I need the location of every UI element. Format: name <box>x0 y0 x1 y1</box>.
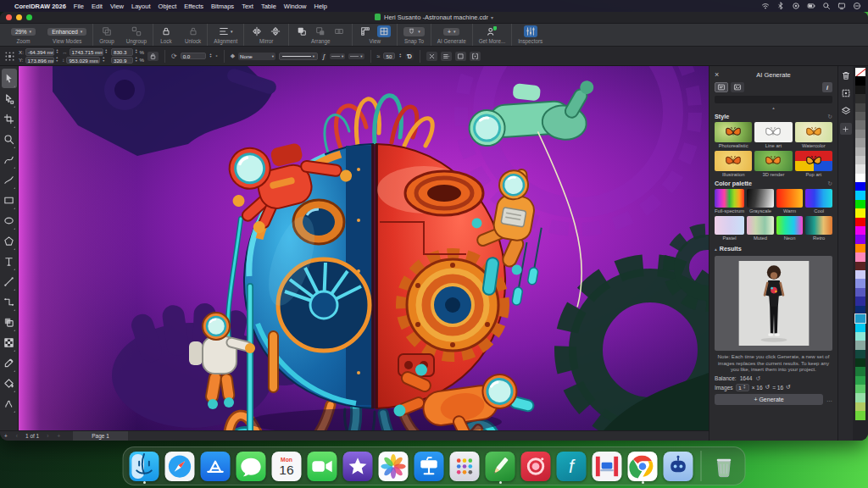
dock-app-launchpad[interactable] <box>450 452 480 481</box>
collapse-chevron-icon[interactable]: ▴ <box>715 105 832 110</box>
menu-item-layout[interactable]: Layout <box>131 3 151 10</box>
color-swatch-f5f500[interactable] <box>855 208 865 217</box>
images-count-field[interactable]: 1▲▼ <box>736 384 749 391</box>
object-width-field[interactable]: 1743.715 mm <box>70 48 103 56</box>
bracket-button[interactable] <box>470 52 481 61</box>
next-page-button[interactable]: › <box>42 433 53 439</box>
palette-swatch[interactable] <box>776 189 804 208</box>
unlock-button[interactable] <box>186 25 200 37</box>
menu-item-view[interactable]: View <box>110 3 124 10</box>
drawing-canvas[interactable] <box>19 66 709 430</box>
x-stepper[interactable]: ▲▼ <box>56 49 58 55</box>
color-swatch-ee0000[interactable] <box>855 218 865 226</box>
color-swatch-ff8800[interactable] <box>855 244 865 252</box>
palette-swatch[interactable] <box>776 216 804 235</box>
outline-pen-button[interactable]: ʃ <box>321 53 326 60</box>
style-thumbnail[interactable] <box>795 151 832 171</box>
order-back-button[interactable] <box>314 25 327 37</box>
palette-swatch[interactable] <box>747 216 774 235</box>
color-swatch-5ac868[interactable] <box>855 385 865 393</box>
dock-app-keynote[interactable] <box>415 452 444 481</box>
window-titlebar[interactable]: Heri Susanto -Astronaut machine.cdr▾ <box>0 12 868 24</box>
color-swatch-12483e[interactable] <box>855 350 865 358</box>
transform-icon[interactable] <box>840 87 852 99</box>
color-swatch-0a3418[interactable] <box>855 358 865 367</box>
page-1-tab[interactable]: Page 1 <box>73 431 128 441</box>
order-front-button[interactable] <box>295 25 309 37</box>
dock-app-calendar[interactable]: Mon16 <box>272 452 302 481</box>
color-swatch-6ed63a[interactable] <box>855 411 865 419</box>
add-page-button-2[interactable]: + <box>53 433 64 439</box>
color-swatch-00ccff[interactable] <box>855 191 865 199</box>
palette-swatch[interactable] <box>715 189 744 208</box>
y-stepper[interactable]: ▲▼ <box>56 57 58 63</box>
transparency-tool[interactable] <box>2 333 17 352</box>
scale-lock-button[interactable] <box>147 52 159 61</box>
palette-option-pastel[interactable]: Pastel <box>715 216 744 241</box>
color-swatch-8aa8a0[interactable] <box>855 341 865 349</box>
style-thumbnail[interactable] <box>795 122 832 142</box>
color-swatch-868686[interactable] <box>855 130 865 138</box>
previous-page-button[interactable]: ‹ <box>12 433 22 439</box>
color-swatch-8ce8d8[interactable] <box>855 332 865 341</box>
rotation-stepper[interactable]: ▲▼ <box>209 53 212 59</box>
x-position-field[interactable]: -64.394 mm <box>25 48 54 56</box>
artistic-media-tool[interactable] <box>2 170 17 190</box>
color-swatch-444444[interactable] <box>855 103 865 112</box>
eyedropper-tool[interactable] <box>2 353 17 373</box>
scale-y-field[interactable]: 320.9 <box>111 57 133 64</box>
connector-tool[interactable] <box>2 292 17 312</box>
line-style-dropdown[interactable]: ▾ <box>279 53 318 60</box>
color-swatch-b0ca62[interactable] <box>855 402 865 411</box>
color-swatch-b2b2b2[interactable] <box>855 147 865 156</box>
alignment-dropdown[interactable]: ▾ <box>217 25 235 37</box>
color-swatch-0000ee[interactable] <box>855 182 865 191</box>
style-thumbnail[interactable] <box>715 122 752 142</box>
color-swatch-ffffff[interactable] <box>855 174 865 182</box>
inspectors-button[interactable] <box>524 25 537 37</box>
smear-tool[interactable] <box>2 394 17 413</box>
dock-app-trash[interactable] <box>709 452 739 481</box>
menu-item-table[interactable]: Table <box>261 3 276 10</box>
color-swatch-1e9ac8[interactable] <box>855 314 865 323</box>
bluetooth-icon[interactable] <box>776 2 785 10</box>
dock-app-safari[interactable] <box>165 452 195 481</box>
color-swatch-ff88bb[interactable] <box>855 252 865 261</box>
palette-swatch[interactable] <box>747 189 774 208</box>
style-thumbnail[interactable] <box>754 151 792 171</box>
lock-button[interactable] <box>159 25 173 37</box>
palette-option-retro[interactable]: Retro <box>805 216 832 241</box>
text-to-image-toggle[interactable] <box>715 82 728 92</box>
color-swatch-5a2222[interactable] <box>855 262 865 270</box>
smoothing-field[interactable]: 50 <box>383 53 395 60</box>
text-wrap-button[interactable]: Ɗ <box>405 53 414 60</box>
panel-close-icon[interactable]: × <box>715 70 723 79</box>
style-option-water[interactable]: Watercolor <box>795 122 832 148</box>
prompt-input[interactable] <box>715 96 832 103</box>
balance-history-icon[interactable]: ↺ <box>755 375 760 382</box>
battery-icon[interactable] <box>806 2 815 10</box>
color-swatch-0a2a72[interactable] <box>855 306 865 314</box>
smoothing-stepper[interactable]: ▲▼ <box>398 53 401 59</box>
palette-option-neon[interactable]: Neon <box>776 216 804 241</box>
zoom-level-dropdown[interactable]: 29%▾ <box>11 28 36 36</box>
palette-swatch[interactable] <box>805 216 832 235</box>
search-icon[interactable] <box>821 2 831 10</box>
color-swatch-1a7a38[interactable] <box>855 367 865 375</box>
color-swatch-9c9c9c[interactable] <box>855 138 865 147</box>
scale-stepper[interactable]: ▲▼ <box>135 49 137 55</box>
dock-app-facetime[interactable] <box>308 452 337 481</box>
dock-app-imovie[interactable] <box>343 452 373 481</box>
color-swatch-2c2c9c[interactable] <box>855 297 865 305</box>
color-swatch-5858c0[interactable] <box>855 288 865 297</box>
style-thumbnail[interactable] <box>754 122 792 142</box>
color-swatch-00c8f0[interactable] <box>855 323 865 331</box>
menu-item-object[interactable]: Object <box>159 3 177 10</box>
width-stepper[interactable]: ▲▼ <box>105 49 108 55</box>
start-arrowhead-dropdown[interactable]: ▾ <box>330 53 345 59</box>
focus-icon[interactable] <box>852 2 861 10</box>
rotation-angle-field[interactable]: 0.0 <box>181 53 206 60</box>
mirror-horizontal-button[interactable] <box>250 25 264 37</box>
menu-item-effects[interactable]: Effects <box>184 3 203 10</box>
fill-tool[interactable] <box>2 374 17 393</box>
